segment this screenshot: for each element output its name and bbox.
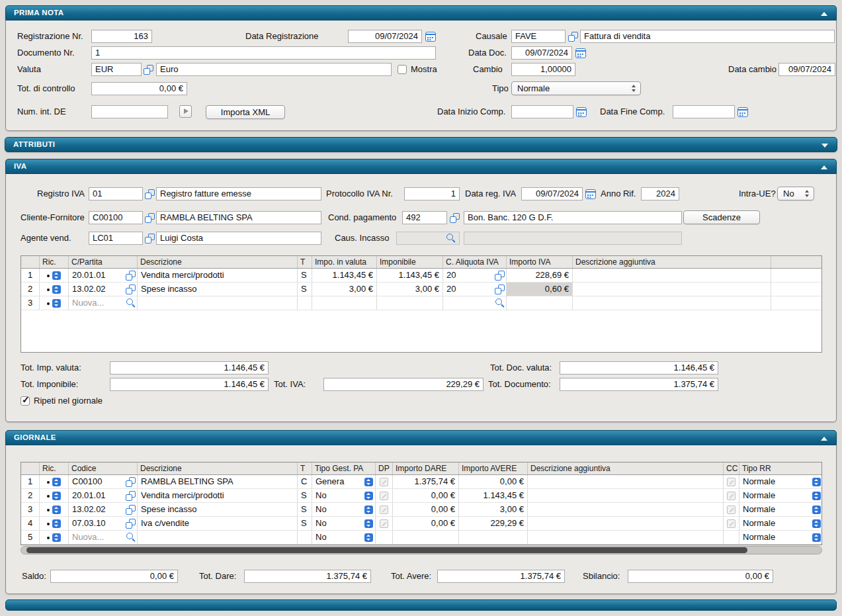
- desc-aggiuntiva-cell[interactable]: [528, 517, 724, 530]
- collapse-chevron-icon[interactable]: [821, 437, 827, 441]
- tipo-gest-pa-cell[interactable]: No: [312, 517, 376, 530]
- importo-avere-cell[interactable]: 3,00 €: [459, 503, 528, 516]
- impo-valuta-cell[interactable]: [312, 296, 377, 310]
- paste-special-icon[interactable]: [52, 478, 61, 486]
- importa-xml-button[interactable]: Importa XML: [206, 105, 285, 119]
- t-cell[interactable]: [298, 531, 312, 544]
- paste-link-icon[interactable]: [126, 477, 136, 487]
- data-doc-field[interactable]: 09/07/2024: [511, 46, 572, 60]
- tipo-gest-pa-cell[interactable]: No: [312, 489, 376, 502]
- desc-aggiuntiva-cell[interactable]: [573, 296, 771, 310]
- calendar-icon[interactable]: [737, 107, 748, 117]
- desc-aggiuntiva-cell[interactable]: [573, 283, 771, 296]
- importo-dare-cell[interactable]: 0,00 €: [393, 489, 459, 502]
- descrizione-cell[interactable]: Vendita merci/prodotti: [138, 269, 298, 282]
- desc-aggiuntiva-cell[interactable]: [528, 531, 724, 544]
- cond-pagamento-desc-field[interactable]: Bon. Banc. 120 G D.F.: [464, 211, 682, 224]
- paste-link-icon[interactable]: [145, 234, 155, 243]
- expand-chevron-icon[interactable]: [821, 144, 828, 148]
- calendar-icon[interactable]: [425, 32, 436, 42]
- num-int-de-field[interactable]: [91, 105, 168, 118]
- scadenze-button[interactable]: Scadenze: [683, 210, 760, 224]
- ric-cell[interactable]: [40, 269, 69, 282]
- desc-aggiuntiva-cell[interactable]: [528, 489, 724, 502]
- play-button[interactable]: [179, 105, 192, 118]
- causale-desc-field[interactable]: Fattura di vendita: [580, 30, 835, 43]
- importo-dare-cell[interactable]: 0,00 €: [393, 517, 459, 530]
- ric-cell[interactable]: [40, 503, 69, 516]
- descrizione-cell[interactable]: Vendita merci/prodotti: [138, 489, 298, 502]
- registro-iva-desc-field[interactable]: Registro fatture emesse: [156, 187, 321, 200]
- t-cell[interactable]: S: [298, 269, 312, 282]
- paste-special-icon[interactable]: [812, 492, 821, 500]
- codice-cell[interactable]: 07.03.10: [69, 517, 138, 530]
- paste-special-icon[interactable]: [52, 492, 61, 500]
- paste-special-icon[interactable]: [364, 506, 373, 514]
- t-cell[interactable]: S: [298, 283, 312, 296]
- valuta-code-field[interactable]: EUR: [91, 63, 142, 76]
- ric-cell[interactable]: [40, 531, 69, 544]
- aliquota-cell[interactable]: 20: [443, 283, 507, 296]
- tipo-rr-cell[interactable]: Normale: [739, 531, 822, 544]
- t-cell[interactable]: S: [298, 517, 312, 530]
- t-cell[interactable]: [298, 296, 312, 310]
- valuta-desc-field[interactable]: Euro: [156, 63, 392, 76]
- paste-special-icon[interactable]: [52, 506, 61, 514]
- paste-link-icon[interactable]: [126, 519, 136, 529]
- importo-avere-cell[interactable]: 1.143,45 €: [459, 489, 528, 502]
- paste-link-icon[interactable]: [568, 32, 578, 42]
- impo-valuta-cell[interactable]: 1.143,45 €: [312, 269, 377, 282]
- cambio-field[interactable]: 1,00000: [511, 63, 575, 76]
- imponibile-cell[interactable]: 3,00 €: [377, 283, 443, 296]
- bottom-panel-header[interactable]: [5, 599, 837, 611]
- desc-aggiuntiva-cell[interactable]: [528, 503, 724, 516]
- cliente-code-field[interactable]: C00100: [89, 211, 143, 224]
- ric-cell[interactable]: [40, 296, 69, 310]
- descrizione-cell[interactable]: Spese incasso: [138, 503, 298, 516]
- descrizione-cell[interactable]: Iva c/vendite: [138, 517, 298, 530]
- horizontal-scrollbar[interactable]: [21, 546, 822, 554]
- search-icon[interactable]: [126, 298, 136, 308]
- ripeti-checkbox[interactable]: [21, 396, 30, 406]
- protocollo-field[interactable]: 1: [404, 187, 460, 200]
- tipo-rr-cell[interactable]: Normale: [739, 489, 822, 502]
- calendar-icon[interactable]: [576, 107, 587, 117]
- importo-dare-cell[interactable]: 1.375,74 €: [393, 475, 459, 488]
- paste-link-icon[interactable]: [126, 271, 136, 281]
- ric-cell[interactable]: [40, 475, 69, 488]
- paste-link-icon[interactable]: [144, 65, 153, 75]
- registrazione-field[interactable]: 163: [91, 30, 152, 43]
- desc-aggiuntiva-cell[interactable]: [528, 475, 724, 488]
- paste-link-icon[interactable]: [495, 285, 505, 294]
- data-inizio-field[interactable]: [511, 105, 573, 118]
- paste-special-icon[interactable]: [364, 519, 373, 528]
- imponibile-cell[interactable]: [377, 296, 443, 310]
- descrizione-cell[interactable]: [138, 296, 298, 310]
- data-cambio-field[interactable]: 09/07/2024: [779, 63, 835, 76]
- cpartita-cell[interactable]: 20.01.01: [69, 269, 138, 282]
- tipo-dropdown[interactable]: Normale: [511, 81, 641, 95]
- tot-controllo-field[interactable]: 0,00 €: [91, 82, 187, 95]
- data-reg-iva-field[interactable]: 09/07/2024: [521, 187, 583, 200]
- registro-iva-code-field[interactable]: 01: [89, 187, 143, 200]
- calendar-icon[interactable]: [575, 48, 586, 58]
- paste-link-icon[interactable]: [145, 189, 155, 199]
- paste-special-icon[interactable]: [52, 299, 61, 308]
- descrizione-cell[interactable]: [138, 531, 298, 544]
- imponibile-cell[interactable]: 1.143,45 €: [377, 269, 443, 282]
- impo-valuta-cell[interactable]: 3,00 €: [312, 283, 377, 296]
- mostra-checkbox[interactable]: [398, 65, 407, 74]
- paste-special-icon[interactable]: [812, 533, 821, 542]
- paste-special-icon[interactable]: [364, 533, 373, 542]
- search-icon[interactable]: [495, 298, 505, 308]
- t-cell[interactable]: S: [298, 489, 312, 502]
- codice-cell[interactable]: 13.02.02: [69, 503, 138, 516]
- descrizione-cell[interactable]: Spese incasso: [138, 283, 298, 296]
- paste-special-icon[interactable]: [52, 533, 61, 542]
- paste-special-icon[interactable]: [52, 285, 61, 294]
- codice-cell[interactable]: Nuova...: [69, 531, 138, 544]
- panel-header-iva[interactable]: IVA: [5, 159, 837, 174]
- codice-cell[interactable]: C00100: [69, 475, 138, 488]
- aliquota-cell[interactable]: [443, 296, 507, 310]
- ric-cell[interactable]: [40, 283, 69, 296]
